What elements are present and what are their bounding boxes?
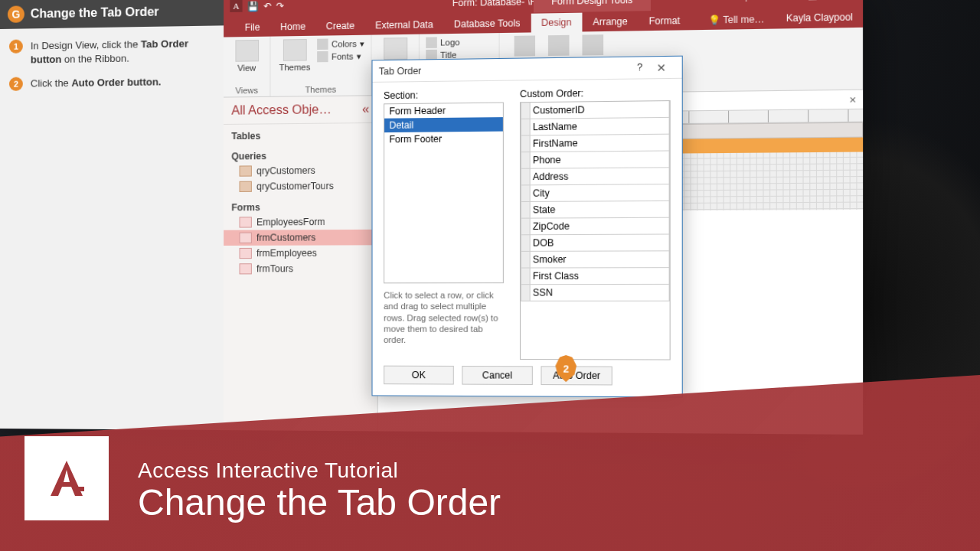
nav-section-head[interactable]: Queries (224, 148, 377, 164)
custom-order-item[interactable]: Phone (521, 150, 670, 168)
form-icon (240, 263, 252, 274)
access-logo-square (24, 436, 109, 520)
custom-order-item[interactable]: Address (521, 167, 670, 185)
tutorial-steps: 1In Design View, click the Tab Order but… (0, 25, 224, 91)
section-listbox[interactable]: Form HeaderDetailForm Footer (384, 103, 504, 284)
ribbon-tab-format[interactable]: Format (639, 11, 691, 31)
colors-icon (317, 39, 328, 50)
view-button[interactable]: View (230, 40, 263, 73)
customguide-logo: G (8, 5, 24, 22)
property-sheet-icon[interactable] (548, 35, 570, 56)
dialog-help-button[interactable]: ? (637, 61, 642, 74)
maximize-button[interactable]: ☐ (796, 0, 830, 8)
add-fields-icon[interactable] (514, 35, 535, 56)
nav-section-head[interactable]: Forms (224, 200, 377, 214)
ribbon-tab-create[interactable]: Create (315, 16, 364, 35)
step-text: Click the Auto Order button. (31, 75, 162, 90)
colors-button[interactable]: Colors ▾ (317, 38, 364, 50)
nav-section-head[interactable]: Tables (224, 128, 377, 143)
help-button[interactable]: ? (730, 0, 763, 9)
svg-text:A: A (233, 1, 239, 10)
nav-item-qrycustomers[interactable]: qryCustomers (224, 162, 377, 179)
group-themes-label: Themes (277, 83, 364, 95)
ribbon-tab-arrange[interactable]: Arrange (582, 11, 638, 31)
tutorial-title: Change the Tab Order (31, 5, 159, 21)
nav-item-frmtours[interactable]: frmTours (224, 261, 377, 277)
step-text: In Design View, click the Tab Order butt… (31, 37, 214, 67)
monitor-frame: G Change the Tab Order 1In Design View, … (0, 0, 863, 435)
dialog-hint: Click to select a row, or click and drag… (384, 283, 504, 354)
step-number: 2 (9, 77, 23, 91)
group-views-label: Views (230, 84, 263, 96)
ribbon-tab-database-tools[interactable]: Database Tools (443, 14, 531, 34)
auto-order-button[interactable]: Auto Order (541, 366, 612, 385)
query-icon (240, 181, 252, 192)
undo-icon[interactable]: ↶ (263, 1, 271, 11)
tutorial-step: 2Click the Auto Order button. (9, 74, 214, 91)
navpane-collapse-icon[interactable]: « (362, 102, 369, 116)
custom-order-item[interactable]: LastName (521, 117, 670, 136)
section-label: Section: (384, 89, 504, 101)
tab-order-dialog: Tab Order ? ✕ Section: Form HeaderDetail… (371, 56, 682, 398)
form-icon (240, 233, 252, 243)
logo-button[interactable]: Logo (426, 37, 459, 48)
navigation-pane[interactable]: All Access Obje…« TablesQueriesqryCustom… (224, 96, 378, 431)
custom-order-item[interactable]: ZipCode (521, 217, 670, 236)
tutorial-header: G Change the Tab Order (0, 0, 224, 29)
banner-title: Change the Tab Order (138, 483, 957, 523)
quick-access-toolbar[interactable]: A 💾 ↶ ↷ (224, 0, 290, 15)
tab-order-icon[interactable] (582, 34, 603, 55)
nav-item-employeesform[interactable]: EmployeesForm (224, 214, 377, 230)
section-item[interactable]: Detail (384, 117, 503, 132)
form-icon (240, 217, 252, 227)
custom-order-label: Custom Order: (520, 86, 671, 99)
custom-order-item[interactable]: SSN (521, 284, 670, 302)
nav-item-frmemployees[interactable]: frmEmployees (224, 245, 377, 261)
step-number: 1 (9, 40, 23, 54)
access-icon: A (230, 0, 242, 15)
fonts-button[interactable]: Fonts ▾ (317, 51, 364, 62)
ribbon-tab-file[interactable]: File (234, 18, 270, 37)
fonts-icon (317, 51, 328, 62)
nav-item-qrycustomertours[interactable]: qryCustomerTours (224, 178, 377, 194)
section-item[interactable]: Form Header (384, 103, 503, 119)
ribbon-tab-home[interactable]: Home (270, 17, 316, 36)
custom-order-item[interactable]: City (521, 184, 670, 202)
custom-order-item[interactable]: First Class (521, 267, 670, 285)
tutorial-step: 1In Design View, click the Tab Order but… (9, 37, 214, 67)
custom-order-item[interactable]: State (521, 201, 670, 219)
redo-icon[interactable]: ↷ (276, 1, 284, 11)
svg-rect-2 (74, 487, 84, 491)
banner-subtitle: Access Interactive Tutorial (138, 458, 957, 483)
ok-button[interactable]: OK (384, 366, 454, 385)
minimize-button[interactable]: — (763, 0, 795, 9)
tell-me[interactable]: 💡 Tell me… (697, 10, 776, 31)
access-logo (44, 456, 89, 500)
save-icon[interactable]: 💾 (247, 1, 259, 11)
navpane-title: All Access Obje… (231, 103, 332, 118)
custom-order-item[interactable]: FirstName (521, 134, 670, 153)
ribbon-tab-external-data[interactable]: External Data (365, 15, 444, 35)
dialog-close-button[interactable]: ✕ (648, 61, 675, 74)
nav-item-frmcustomers[interactable]: frmCustomers (224, 230, 377, 246)
custom-order-item[interactable]: DOB (521, 233, 670, 251)
themes-button[interactable]: Themes (277, 39, 312, 72)
ribbon-tab-design[interactable]: Design (531, 13, 582, 33)
logo-icon (426, 37, 437, 48)
cancel-button[interactable]: Cancel (462, 366, 533, 385)
query-icon (240, 165, 252, 176)
section-item[interactable]: Form Footer (384, 132, 503, 147)
tutorial-sidebar: G Change the Tab Order 1In Design View, … (0, 0, 224, 430)
custom-order-listbox[interactable]: CustomerIDLastNameFirstNamePhoneAddressC… (520, 100, 671, 360)
tab-close-icon[interactable]: × (843, 93, 863, 106)
form-icon (240, 248, 252, 259)
custom-order-item[interactable]: Smoker (521, 250, 670, 268)
dialog-title: Tab Order (379, 65, 422, 77)
signed-in-user[interactable]: Kayla Claypool (786, 11, 853, 24)
